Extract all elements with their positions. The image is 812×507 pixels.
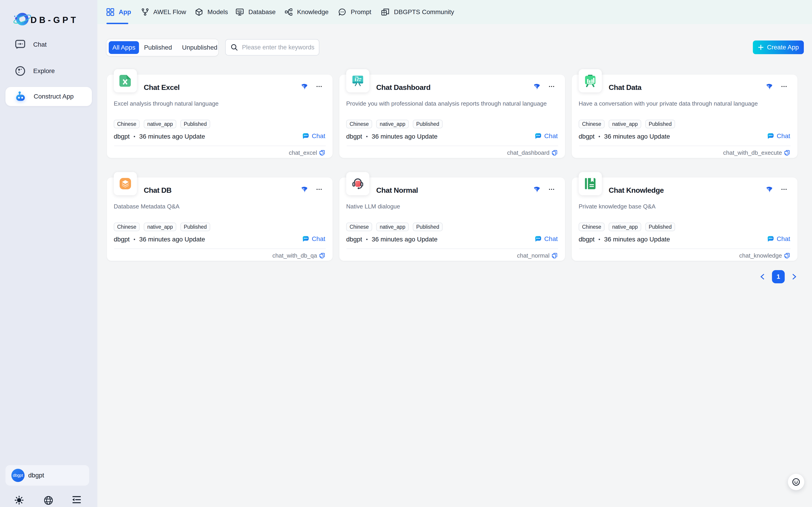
svg-text:DB-GPT: DB-GPT <box>30 15 78 25</box>
svg-text:SQL: SQL <box>237 10 243 12</box>
